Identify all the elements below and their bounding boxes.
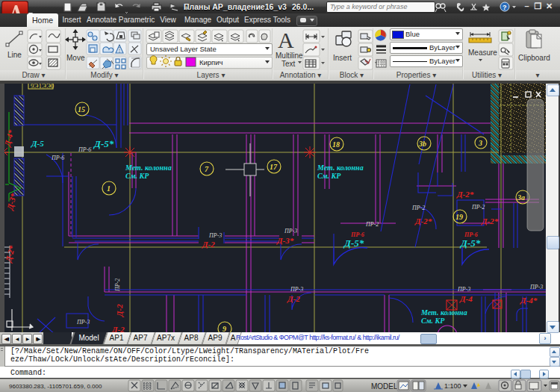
svg-text:Д-4*: Д-4* (520, 296, 538, 305)
svg-text:Д-5*: Д-5* (460, 237, 481, 249)
svg-text:15: 15 (78, 105, 85, 113)
svg-text:ПР-2: ПР-2 (471, 204, 485, 211)
svg-text:См. КР: См. КР (125, 172, 149, 180)
svg-text:Д-2*: Д-2* (481, 217, 499, 225)
svg-text:ПР-3: ПР-3 (76, 319, 90, 326)
svg-text:См. КР: См. КР (421, 317, 445, 325)
svg-text:Мет. колонна: Мет. колонна (420, 308, 467, 317)
svg-text:ПР-3: ПР-3 (290, 286, 303, 293)
svg-text:9Э1ЭЭ0: 9Э1ЭЭ0 (31, 84, 55, 90)
svg-text:ПР-3: ПР-3 (457, 286, 470, 293)
svg-text:1:100: 1:100 (444, 382, 461, 390)
svg-text:3a: 3a (517, 193, 525, 202)
svg-text:?: ? (503, 4, 507, 11)
svg-text:Д-2: Д-2 (202, 240, 215, 249)
svg-text:ПР-3: ПР-3 (284, 228, 297, 234)
svg-text:ПР-6: ПР-6 (78, 146, 91, 153)
svg-text:Д-2*: Д-2* (414, 217, 432, 225)
svg-text:Д-3*: Д-3* (276, 236, 294, 245)
svg-text:ПР-6: ПР-6 (350, 231, 364, 238)
svg-text:Д-2: Д-2 (287, 294, 300, 303)
svg-text:Measure: Measure (468, 49, 497, 57)
svg-text:ПР-6: ПР-6 (464, 231, 478, 238)
svg-text:ПР-6: ПР-6 (51, 155, 64, 161)
svg-text:Д-2*: Д-2* (456, 190, 474, 199)
svg-text:ПР-2: ПР-2 (365, 221, 379, 228)
svg-text:ПР-2: ПР-2 (411, 205, 425, 211)
svg-text:Мет. колонна: Мет. колонна (125, 164, 172, 172)
svg-text:Д-5: Д-5 (31, 139, 44, 148)
svg-text:Д-4: Д-4 (459, 294, 473, 303)
svg-text:19: 19 (455, 213, 463, 221)
svg-text:Мет. колонна: Мет. колонна (317, 164, 364, 172)
svg-text:ПР-3: ПР-3 (529, 284, 543, 290)
svg-text:ПР-2: ПР-2 (114, 279, 121, 292)
svg-text:Д-2: Д-2 (115, 304, 124, 317)
svg-text:Clipboard: Clipboard (518, 54, 550, 62)
svg-text:См. КР: См. КР (317, 172, 341, 180)
svg-text:1: 1 (107, 184, 111, 193)
svg-text:ПР-3: ПР-3 (208, 232, 222, 239)
svg-text:Д-5*: Д-5* (343, 237, 364, 249)
svg-text:17: 17 (270, 163, 278, 171)
svg-text:18: 18 (332, 140, 340, 149)
svg-text:3: 3 (478, 139, 482, 147)
svg-text:Insert: Insert (333, 54, 352, 62)
svg-text:Д-5*: Д-5* (93, 138, 114, 149)
svg-text:3b: 3b (418, 140, 426, 148)
svg-text:9: 9 (223, 325, 226, 332)
svg-text:Д-2: Д-2 (111, 325, 125, 332)
svg-text:MODEL: MODEL (371, 382, 398, 391)
